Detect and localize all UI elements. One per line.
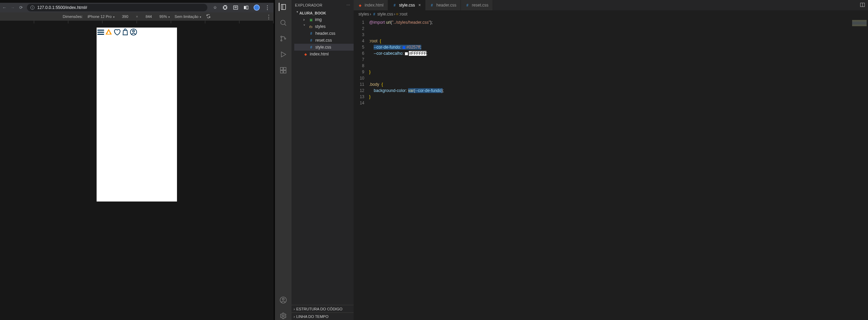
source-control-icon[interactable] — [279, 34, 287, 43]
account-icon[interactable] — [279, 296, 287, 304]
tabstrip — [0, 0, 274, 3]
extensions-icon[interactable] — [279, 66, 287, 74]
url-bar[interactable]: i 127.0.0.1:5500/index.html# — [27, 4, 207, 11]
devtools-kebab-icon[interactable]: ⋮ — [266, 14, 272, 20]
code-content[interactable]: @import url("../styles/header.css"); :ro… — [369, 18, 851, 320]
sidebar-header: EXPLORADOR ⋯ — [292, 0, 354, 10]
logo-icon[interactable] — [105, 28, 112, 36]
svg-point-13 — [285, 38, 286, 39]
search-activity-icon[interactable] — [279, 19, 287, 27]
tabs-bar: ◆index.html #style.css× #header.css #res… — [354, 0, 868, 10]
svg-point-12 — [281, 40, 282, 41]
extension-icon[interactable] — [223, 5, 228, 10]
svg-rect-16 — [284, 68, 286, 70]
line-gutter: 1234567891011121314 — [354, 18, 369, 320]
svg-line-10 — [285, 24, 286, 26]
editor-area: ◆index.html #style.css× #header.css #res… — [354, 0, 868, 320]
svg-rect-17 — [280, 71, 283, 73]
project-root[interactable]: ALURA_BOOK — [292, 10, 354, 16]
rotate-icon[interactable] — [206, 14, 211, 19]
site-info-icon[interactable]: i — [30, 6, 34, 10]
file-style-css[interactable]: #style.css — [294, 44, 354, 51]
explorer-title: EXPLORADOR — [295, 3, 322, 7]
page-viewport: ⋮ — [0, 21, 274, 320]
settings-gear-icon[interactable] — [279, 312, 287, 320]
devtools-device-bar: Dimensões: iPhone 12 Pro × 95% Sem limit… — [0, 12, 274, 21]
avatar[interactable] — [254, 4, 260, 11]
svg-point-20 — [282, 298, 284, 300]
svg-rect-4 — [246, 6, 248, 9]
forward-icon[interactable]: → — [10, 5, 15, 10]
browser-toolbar: ← → ⟳ i 127.0.0.1:5500/index.html# ☆ ⋮ — [0, 3, 274, 12]
heart-icon[interactable] — [113, 28, 121, 36]
tab-style-css[interactable]: #style.css× — [388, 0, 425, 10]
minimap[interactable] — [851, 18, 868, 320]
split-editor-icon[interactable] — [860, 2, 865, 9]
throttle-selector[interactable]: Sem limitação — [175, 14, 201, 19]
file-tree: ›▣img ˅🗀styles #header.css #reset.css #s… — [292, 16, 354, 58]
run-debug-icon[interactable] — [279, 50, 287, 59]
device-width-input[interactable] — [119, 14, 131, 19]
file-index-html[interactable]: ◆index.html — [294, 51, 354, 58]
sidebar: EXPLORADOR ⋯ ALURA_BOOK ›▣img ˅🗀styles #… — [292, 0, 354, 320]
hamburger-menu-icon[interactable] — [97, 28, 104, 36]
breadcrumb-symbol-icon: ⌗ — [396, 12, 398, 17]
sidebar-ellipsis-icon[interactable]: ⋯ — [346, 3, 350, 8]
svg-rect-18 — [284, 71, 286, 73]
file-header-css[interactable]: #header.css — [294, 30, 354, 37]
explorer-icon[interactable] — [279, 3, 287, 11]
svg-point-21 — [282, 315, 284, 317]
zoom-selector[interactable]: 95% — [159, 14, 170, 19]
dim-separator: × — [136, 14, 138, 19]
timeline-section[interactable]: LINHA DO TEMPO — [292, 312, 354, 320]
code-editor[interactable]: 1234567891011121314 @import url("../styl… — [354, 18, 868, 320]
breadcrumb-file-icon: # — [372, 12, 377, 17]
tab-index-html[interactable]: ◆index.html — [354, 0, 388, 10]
folder-styles[interactable]: ˅🗀styles — [294, 23, 354, 30]
tab-reset-css[interactable]: #reset.css — [461, 0, 493, 10]
svg-marker-14 — [282, 52, 286, 57]
outline-section[interactable]: ESTRUTURA DO CÓDIGO — [292, 305, 354, 312]
vscode-window: EXPLORADOR ⋯ ALURA_BOOK ›▣img ˅🗀styles #… — [275, 0, 868, 320]
activity-bar — [275, 0, 292, 320]
reader-icon[interactable] — [233, 5, 238, 10]
tab-header-css[interactable]: #header.css — [425, 0, 461, 10]
page-header — [97, 28, 177, 37]
user-icon[interactable] — [130, 28, 137, 36]
svg-rect-15 — [280, 68, 283, 70]
star-icon[interactable]: ☆ — [212, 5, 218, 10]
bag-icon[interactable] — [121, 28, 129, 36]
device-height-input[interactable] — [143, 14, 155, 19]
device-dimensions-label: Dimensões: — [63, 14, 83, 19]
ruler-horizontal — [0, 21, 274, 23]
panel-icon[interactable] — [243, 5, 249, 10]
folder-img[interactable]: ›▣img — [294, 16, 354, 23]
kebab-menu-icon[interactable]: ⋮ — [265, 4, 270, 11]
rendered-page — [97, 28, 177, 202]
url-text: 127.0.0.1:5500/index.html# — [37, 5, 87, 10]
breadcrumb[interactable]: styles › # style.css › ⌗ :root — [354, 10, 868, 18]
reload-icon[interactable]: ⟳ — [19, 5, 23, 10]
chrome-window: ← → ⟳ i 127.0.0.1:5500/index.html# ☆ ⋮ — [0, 0, 275, 320]
svg-point-11 — [281, 36, 282, 38]
file-reset-css[interactable]: #reset.css — [294, 37, 354, 44]
svg-rect-3 — [244, 6, 246, 9]
svg-point-8 — [132, 30, 135, 32]
back-icon[interactable]: ← — [2, 5, 7, 10]
svg-point-9 — [281, 20, 285, 25]
device-selector[interactable]: iPhone 12 Pro — [88, 14, 115, 19]
close-tab-icon[interactable]: × — [418, 3, 421, 8]
